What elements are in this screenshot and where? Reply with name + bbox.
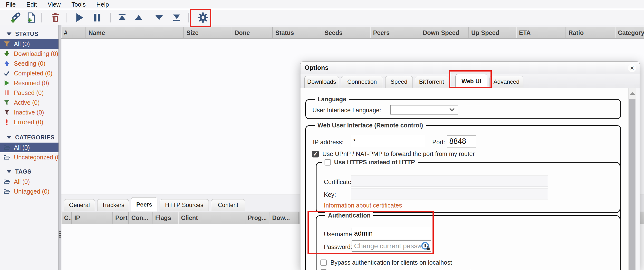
peers-column-progress[interactable]: Prog... — [245, 212, 270, 224]
sidebar-item-paused[interactable]: Paused (0) — [0, 88, 58, 98]
move-to-top-button[interactable] — [115, 12, 129, 24]
add-torrent-link-button[interactable] — [9, 12, 23, 24]
scroll-up-button[interactable] — [629, 88, 636, 98]
tab-content[interactable]: Content — [211, 199, 245, 211]
authentication-group: Authentication Username: Password: Bypas… — [316, 215, 620, 270]
peers-column-flags[interactable]: Flags — [152, 212, 178, 224]
toolbar — [0, 10, 644, 25]
sidebar-item-downloading[interactable]: Downloading (0) — [0, 49, 58, 59]
peers-column-port[interactable]: Port — [112, 212, 129, 224]
key-input[interactable] — [351, 188, 548, 199]
username-label: Username: — [324, 231, 354, 238]
move-up-button[interactable] — [132, 12, 146, 24]
sidebar-item-resumed[interactable]: Resumed (0) — [0, 78, 58, 88]
tab-connection[interactable]: Connection — [341, 76, 383, 88]
tab-general[interactable]: General — [64, 199, 95, 211]
webui-group: Web User Interface (Remote control) IP a… — [305, 125, 621, 270]
menu-bar: File Edit View Tools Help — [0, 0, 644, 9]
download-arrow-icon — [3, 51, 10, 57]
tab-advanced[interactable]: Advanced — [490, 76, 524, 88]
menu-view[interactable]: View — [42, 1, 66, 8]
tab-trackers[interactable]: Trackers — [97, 199, 129, 211]
sidebar-item-seeding[interactable]: Seeding (0) — [0, 59, 58, 68]
sidebar-item-completed[interactable]: Completed (0) — [0, 68, 58, 78]
sidebar-item-active[interactable]: Active (0) — [0, 98, 58, 107]
tags-section-header[interactable]: TAGS — [0, 166, 58, 177]
close-icon[interactable]: × — [628, 64, 636, 72]
status-section-header[interactable]: STATUS — [0, 28, 58, 39]
column-header-number[interactable]: # — [62, 27, 72, 38]
dialog-content: Language User Interface Language: Web Us… — [300, 88, 629, 270]
tab-peers[interactable]: Peers — [131, 197, 158, 211]
column-header-status[interactable]: Status — [273, 27, 322, 38]
column-header-ratio[interactable]: Ratio — [566, 27, 615, 38]
peers-column-connection[interactable]: Con... — [129, 212, 152, 224]
column-header-peers[interactable]: Peers — [370, 27, 420, 38]
move-down-button[interactable] — [152, 12, 166, 24]
bypass-subnet-checkbox[interactable] — [320, 269, 327, 270]
certificates-info-link[interactable]: Information about certificates — [324, 202, 402, 209]
peers-column-client[interactable]: Client — [178, 212, 245, 224]
ip-address-label: IP address: — [313, 139, 344, 146]
column-header-downspeed[interactable]: Down Speed — [420, 27, 468, 38]
column-header-upspeed[interactable]: Up Speed — [468, 27, 516, 38]
port-input[interactable] — [447, 135, 476, 148]
tab-downloads[interactable]: Downloads — [304, 76, 339, 88]
column-header-name[interactable]: Name — [86, 27, 184, 38]
options-dialog: Options × Downloads Connection Speed Bit… — [300, 62, 640, 270]
menu-help[interactable]: Help — [91, 1, 114, 8]
password-label: Password: — [324, 243, 352, 250]
tab-web-ui[interactable]: Web UI — [456, 74, 487, 88]
pause-button[interactable] — [90, 12, 104, 24]
https-checkbox[interactable] — [324, 159, 331, 166]
upload-arrow-icon — [3, 60, 10, 67]
certificate-input[interactable] — [351, 176, 548, 187]
upnp-checkbox[interactable] — [312, 151, 319, 158]
tab-bittorrent[interactable]: BitTorrent — [415, 76, 448, 88]
categories-section-header[interactable]: CATEGORIES — [0, 132, 58, 143]
column-header-seeds[interactable]: Seeds — [322, 27, 370, 38]
bypass-subnet-row: Bypass authentication for clients in whi… — [320, 269, 485, 270]
scrollbar-thumb[interactable] — [630, 99, 636, 270]
column-header-done[interactable]: Done — [232, 27, 273, 38]
dialog-title-bar[interactable]: Options × — [300, 62, 640, 74]
sidebar-item-inactive[interactable]: Inactive (0) — [0, 107, 58, 117]
bypass-localhost-checkbox[interactable] — [320, 259, 327, 266]
tab-http-sources[interactable]: HTTP Sources — [160, 199, 209, 211]
column-header-icon[interactable] — [72, 27, 86, 38]
tab-speed[interactable]: Speed — [385, 76, 413, 88]
menu-edit[interactable]: Edit — [21, 1, 42, 8]
options-button[interactable] — [196, 12, 210, 24]
sidebar-item-all-tags[interactable]: All (0) — [0, 177, 58, 187]
menu-tools[interactable]: Tools — [66, 1, 91, 8]
sidebar-item-all-status[interactable]: All (0) — [0, 39, 58, 49]
sidebar-splitter[interactable] — [58, 25, 62, 270]
ui-language-label: User Interface Language: — [312, 107, 381, 114]
resume-button[interactable] — [72, 12, 86, 24]
dialog-scrollbar[interactable] — [628, 88, 636, 270]
exclamation-icon — [3, 119, 10, 125]
webui-legend: Web User Interface (Remote control) — [318, 122, 423, 129]
peers-column-downloaded[interactable]: Dow... — [270, 212, 299, 224]
scroll-up-arrow-icon — [630, 92, 635, 95]
ui-language-select[interactable] — [390, 105, 458, 114]
peers-column-country[interactable]: C.. — [62, 212, 72, 224]
sidebar-item-untagged[interactable]: Untagged (0) — [0, 187, 58, 196]
password-input[interactable] — [352, 240, 431, 252]
add-torrent-file-button[interactable] — [24, 12, 38, 24]
column-header-category[interactable]: Category — [615, 27, 644, 38]
username-input[interactable] — [352, 228, 431, 239]
password-manager-lock-icon[interactable] — [421, 241, 430, 252]
column-header-size[interactable]: Size — [184, 27, 232, 38]
peers-column-ip[interactable]: IP — [72, 212, 112, 224]
chevron-down-icon — [449, 107, 455, 113]
sidebar-item-all-categories[interactable]: All (0) — [0, 143, 58, 152]
menu-file[interactable]: File — [0, 1, 21, 8]
column-header-eta[interactable]: ETA — [516, 27, 566, 38]
sidebar-item-errored[interactable]: Errored (0) — [0, 117, 58, 127]
bypass-subnet-label: Bypass authentication for clients in whi… — [330, 269, 485, 270]
ip-address-input[interactable] — [351, 136, 425, 147]
sidebar-item-uncategorized[interactable]: Uncategorized (0) — [0, 152, 58, 162]
delete-button[interactable] — [48, 12, 62, 24]
move-to-bottom-button[interactable] — [170, 12, 184, 24]
